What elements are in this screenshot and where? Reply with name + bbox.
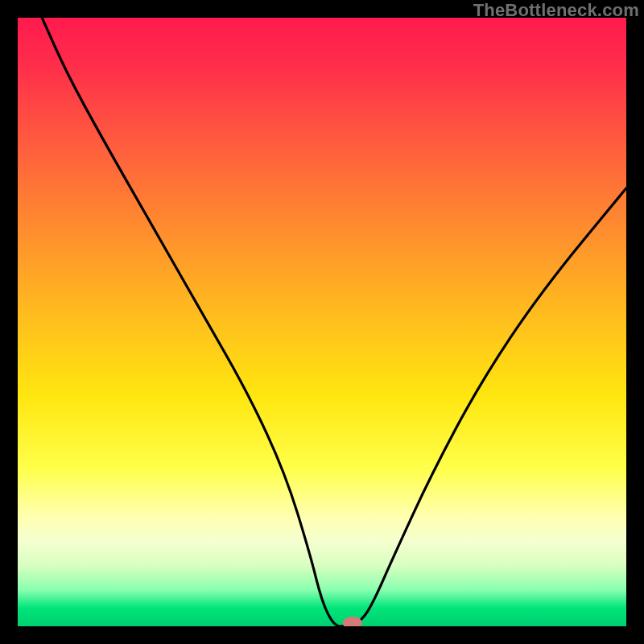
chart-frame: TheBottleneck.com: [0, 0, 644, 644]
watermark-text: TheBottleneck.com: [473, 0, 639, 21]
chart-plot-area: [18, 18, 626, 626]
